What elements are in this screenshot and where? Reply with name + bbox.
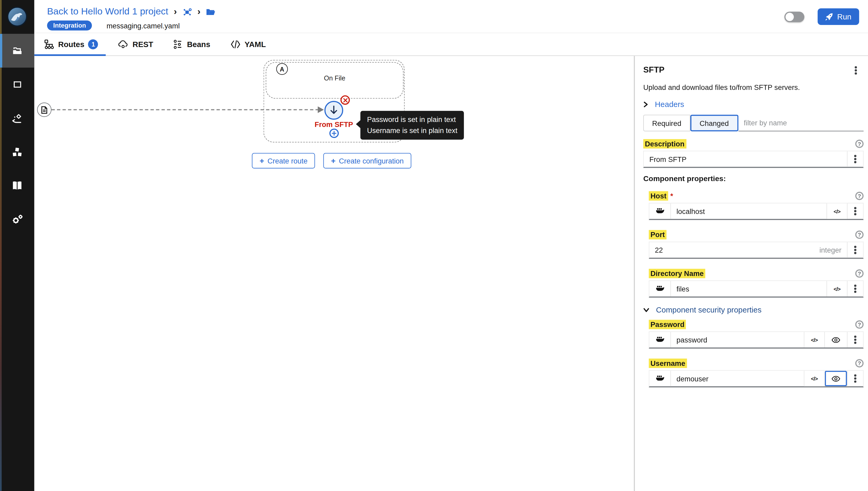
help-icon[interactable]: ?	[856, 320, 864, 329]
kaoto-app-window: Back to Hello World 1 project › › Integr…	[0, 0, 868, 491]
kebab-icon	[854, 158, 856, 160]
expression-code-button[interactable]: </>	[827, 281, 847, 296]
show-username-button[interactable]	[824, 371, 847, 386]
required-filter-toggle[interactable]: Required	[643, 115, 690, 131]
add-step-badge[interactable]	[330, 128, 339, 138]
component-whale-icon[interactable]	[649, 203, 671, 219]
create-route-button[interactable]: + Create route	[252, 153, 315, 169]
nav-item-components[interactable]	[0, 135, 34, 169]
description-input[interactable]	[644, 155, 847, 163]
editor-tabbar: Routes 1 REST Beans	[34, 33, 868, 56]
username-field-row: </>	[649, 370, 864, 387]
page-header: Back to Hello World 1 project › › Integr…	[34, 0, 868, 33]
rocket-icon	[826, 12, 833, 21]
run-button-label: Run	[837, 12, 851, 21]
port-input[interactable]	[649, 246, 819, 254]
nav-item-settings[interactable]	[0, 202, 34, 236]
tab-routes-label: Routes	[58, 40, 84, 49]
integration-graph-icon[interactable]	[183, 7, 192, 16]
yaml-code-icon	[230, 40, 241, 49]
field-kebab-menu[interactable]	[847, 281, 863, 296]
tab-beans-label: Beans	[187, 40, 210, 49]
breadcrumb-separator: ›	[174, 6, 177, 16]
kebab-icon	[854, 339, 856, 341]
changed-filter-toggle[interactable]: Changed	[690, 115, 738, 131]
username-input[interactable]	[671, 374, 804, 383]
kaoto-logo[interactable]	[6, 6, 28, 27]
directory-name-input[interactable]	[671, 285, 826, 293]
field-kebab-menu[interactable]	[847, 151, 863, 167]
tab-rest-label: REST	[132, 40, 153, 49]
node-error-badge[interactable]	[341, 95, 350, 105]
help-icon[interactable]: ?	[856, 231, 864, 239]
tab-yaml[interactable]: YAML	[220, 33, 276, 55]
tab-rest[interactable]: REST	[108, 33, 163, 55]
screen: Back to Hello World 1 project › › Integr…	[0, 0, 868, 491]
security-section-expander[interactable]: Component security properties	[643, 306, 864, 314]
open-folder-icon[interactable]	[206, 7, 216, 16]
field-kebab-menu[interactable]	[847, 332, 863, 347]
show-password-button[interactable]	[824, 332, 847, 347]
field-kebab-menu[interactable]	[847, 203, 863, 219]
field-kebab-menu[interactable]	[847, 371, 863, 386]
help-icon[interactable]: ?	[856, 269, 864, 278]
source-document-node[interactable]	[37, 103, 52, 117]
mode-toggle-switch[interactable]	[784, 11, 804, 22]
run-button[interactable]: Run	[818, 8, 859, 25]
rest-cloud-icon	[118, 39, 129, 50]
left-nav-rail	[0, 0, 34, 491]
headers-expander[interactable]: Headers	[643, 100, 864, 109]
help-icon[interactable]: ?	[856, 359, 864, 368]
routes-count-badge: 1	[88, 39, 98, 50]
nav-item-catalog[interactable]	[0, 169, 34, 202]
component-whale-icon[interactable]	[649, 332, 671, 347]
nav-item-services[interactable]	[0, 102, 34, 135]
eye-icon	[832, 337, 840, 343]
plus-icon: +	[331, 157, 336, 165]
integration-type-badge: Integration	[47, 21, 92, 30]
kebab-icon	[854, 210, 856, 212]
create-configuration-button[interactable]: + Create configuration	[323, 153, 411, 169]
file-name: messaging.camel.yaml	[106, 21, 180, 30]
filter-by-name-input[interactable]	[738, 115, 864, 131]
code-icon: </>	[811, 337, 818, 343]
components-cubes-icon	[11, 146, 23, 158]
tooltip-line: Username is set in plain text	[367, 125, 457, 137]
code-icon: </>	[834, 208, 840, 214]
field-kebab-menu[interactable]	[847, 242, 863, 258]
panel-kebab-menu[interactable]	[848, 65, 864, 76]
tab-beans[interactable]: Beans	[163, 33, 220, 55]
header-actions: Run	[784, 0, 859, 33]
expression-code-button[interactable]: </>	[827, 203, 847, 219]
document-icon	[40, 106, 48, 114]
source-project-icon	[11, 45, 23, 57]
tooltip-arrow	[356, 120, 361, 128]
headers-link[interactable]: Headers	[655, 100, 684, 109]
expression-code-button[interactable]: </>	[804, 371, 824, 386]
nav-item-visualization[interactable]	[0, 67, 34, 102]
route-canvas[interactable]: A On File From SFTP Password is set in p…	[34, 56, 634, 491]
tab-routes[interactable]: Routes 1	[34, 33, 108, 55]
toggle-knob	[786, 12, 794, 21]
code-icon: </>	[811, 375, 818, 381]
directory-name-field-row: </>	[649, 281, 864, 297]
help-icon[interactable]: ?	[856, 140, 864, 148]
help-icon[interactable]: ?	[856, 191, 864, 200]
sftp-consumer-node[interactable]	[324, 101, 343, 120]
expression-code-button[interactable]: </>	[804, 332, 824, 347]
code-icon: </>	[834, 286, 840, 292]
component-whale-icon[interactable]	[649, 281, 671, 296]
host-field-label: Host	[649, 191, 668, 201]
password-input[interactable]	[671, 336, 804, 344]
description-field-row	[643, 151, 864, 168]
kebab-icon	[854, 377, 856, 379]
host-field-row: </>	[649, 203, 864, 220]
host-input[interactable]	[671, 207, 826, 215]
nav-item-source-project[interactable]	[0, 34, 34, 68]
settings-gears-icon	[11, 213, 23, 226]
back-to-project-link[interactable]: Back to Hello World 1 project	[47, 6, 168, 17]
username-field-label: Username	[649, 358, 687, 368]
component-whale-icon[interactable]	[649, 371, 671, 386]
eye-icon	[832, 375, 840, 381]
create-route-label: Create route	[268, 157, 307, 165]
